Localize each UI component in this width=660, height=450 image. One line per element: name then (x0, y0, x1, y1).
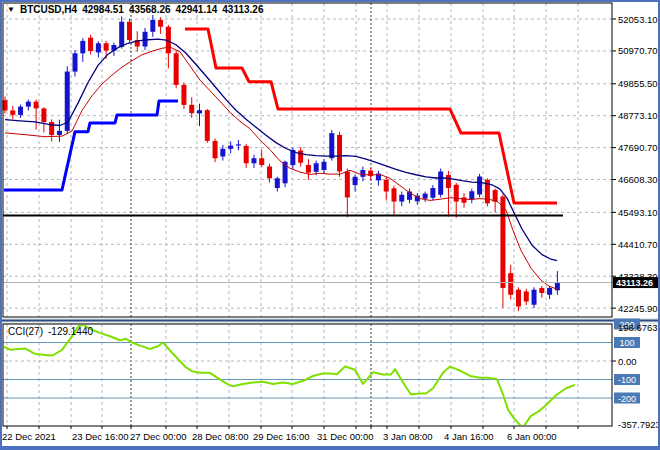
time-axis-label: 27 Dec 00:00 (130, 431, 187, 442)
current-price-badge-text: 43113.26 (616, 278, 653, 288)
candle-body (57, 131, 62, 135)
price-axis-label: 52053.10 (618, 14, 658, 25)
time-axis-label: 3 Jan 08:00 (383, 431, 433, 442)
candle-body (174, 53, 179, 85)
candle-body (158, 20, 163, 27)
candle-body (392, 188, 397, 201)
candle-body (189, 105, 194, 113)
candle-body (306, 165, 311, 173)
candle-body (329, 133, 334, 158)
candle-body (267, 166, 272, 178)
candle-body (462, 197, 467, 202)
time-axis-label: 4 Jan 16:00 (444, 431, 494, 442)
cci-current-value: -129.1440 (48, 326, 93, 337)
cci-zero-label: 0.00 (618, 356, 637, 367)
candle-body (500, 197, 505, 288)
candle-body (547, 288, 552, 295)
candle-body (10, 110, 15, 114)
candle-body (259, 158, 264, 165)
candle-body (524, 291, 529, 301)
candle-body (220, 149, 225, 157)
cci-level-badge-text: -200 (618, 394, 636, 404)
symbol-period-label: BTCUSD,H4 (20, 4, 77, 15)
low-value: 42941.14 (176, 4, 218, 15)
candle-body (73, 53, 78, 71)
price-axis-label: 44410.70 (618, 239, 658, 250)
time-axis-label: 28 Dec 08:00 (192, 431, 249, 442)
candle-body (399, 195, 404, 202)
window-frame-bottom (0, 446, 660, 450)
price-axis-label: 49855.50 (618, 78, 658, 89)
candle-body (314, 163, 319, 172)
candle-body (205, 110, 210, 141)
candle-body (469, 191, 474, 199)
candle-body (360, 170, 365, 177)
time-axis-label: 22 Dec 2021 (2, 431, 56, 442)
symbol-dropdown-icon: ▼ (7, 5, 15, 14)
cci-min-label: -357.7923 (618, 419, 660, 430)
price-axis-label: 46608.30 (618, 174, 658, 185)
candle-body (423, 194, 428, 199)
candle-body (508, 273, 513, 295)
candle-body (80, 41, 85, 53)
candle-body (454, 185, 459, 202)
time-axis-label: 31 Dec 00:00 (317, 431, 374, 442)
candle-body (539, 288, 544, 293)
cci-level-badge-text: 100 (619, 338, 634, 348)
candle-body (88, 38, 93, 51)
candle-body (228, 146, 233, 149)
candle-body (477, 177, 482, 195)
cci-pane[interactable] (3, 324, 612, 426)
main-chart-pane[interactable] (3, 3, 612, 317)
chart-canvas[interactable]: 52053.1050970.7049855.5048773.1047690.70… (0, 0, 660, 450)
candle-body (337, 135, 342, 172)
high-value: 43568.26 (129, 4, 171, 15)
candle-body (446, 175, 451, 188)
candle-body (244, 146, 249, 163)
candle-body (430, 188, 435, 198)
candle-body (104, 43, 109, 50)
price-axis-label: 50970.70 (618, 45, 658, 56)
candle-body (321, 162, 326, 170)
candle-body (96, 43, 101, 52)
price-axis-label: 47690.70 (618, 142, 658, 153)
candle-body (213, 141, 218, 158)
symbol-ohlc-header: ▼BTCUSD,H442984.5143568.2642941.1443113.… (7, 4, 268, 16)
candle-body (353, 177, 358, 185)
candle-body (41, 108, 46, 122)
cci-level-badge-text: -100 (618, 375, 636, 385)
price-axis-label: 45493.10 (618, 207, 658, 218)
candle-body (384, 180, 389, 192)
candle-body (119, 22, 124, 47)
candle-body (251, 158, 256, 163)
candle-body (150, 20, 155, 32)
candle-body (181, 85, 186, 105)
cci-max-label: 198.6763 (618, 322, 658, 333)
price-axis-label: 42245.90 (618, 303, 658, 314)
cci-indicator-label: CCI(27)-129.1440 (8, 326, 93, 337)
close-value: 43113.26 (222, 4, 263, 15)
candle-body (532, 290, 537, 305)
candle-body (516, 290, 521, 307)
time-axis-label: 6 Jan 00:00 (507, 431, 557, 442)
time-axis-label: 29 Dec 16:00 (253, 431, 310, 442)
candle-body (236, 144, 241, 145)
open-value: 42984.51 (82, 4, 124, 15)
price-axis-label: 48773.10 (618, 110, 658, 121)
candle-body (127, 22, 132, 40)
candle-body (438, 172, 443, 195)
candle-body (26, 102, 31, 107)
candle-body (298, 151, 303, 163)
chart-window: 52053.1050970.7049855.5048773.1047690.70… (0, 0, 660, 450)
candle-body (18, 107, 23, 115)
cci-name: CCI(27) (8, 326, 43, 337)
candle-body (275, 178, 280, 188)
candle-body (345, 172, 350, 198)
candle-body (49, 122, 54, 135)
candle-body (197, 110, 202, 113)
candle-body (493, 190, 498, 201)
time-axis-label: 23 Dec 16:00 (72, 431, 129, 442)
candle-body (143, 32, 148, 47)
candle-body (34, 102, 39, 109)
